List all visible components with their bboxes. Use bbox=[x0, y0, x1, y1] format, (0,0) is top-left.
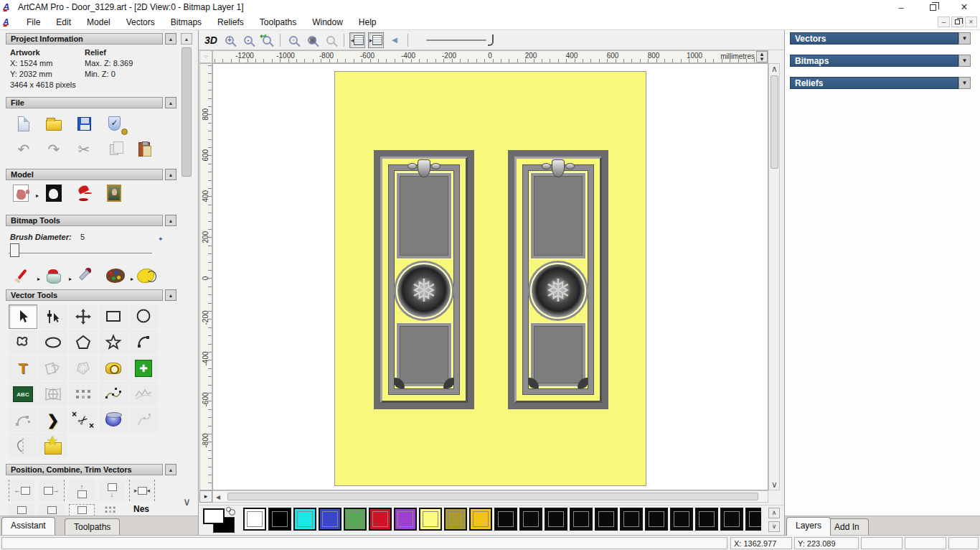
palette-swatch-18[interactable] bbox=[695, 508, 718, 531]
palette-swatch-7[interactable] bbox=[419, 508, 442, 531]
model-artwork-area[interactable]: ❅ ❅ bbox=[334, 71, 646, 486]
zoom-out-button[interactable]: - bbox=[240, 32, 256, 48]
palette-swatch-8[interactable] bbox=[444, 508, 467, 531]
redo-button[interactable]: ↷ bbox=[43, 139, 65, 159]
colour-link-icon[interactable] bbox=[226, 507, 231, 512]
load-image-button[interactable] bbox=[103, 183, 125, 203]
create-star-tool[interactable] bbox=[99, 330, 128, 355]
options-button[interactable] bbox=[103, 113, 125, 134]
assistant-scroll-up-button[interactable]: ▲ bbox=[181, 33, 192, 45]
toggle-vector-visibility-button[interactable]: ▸ bbox=[368, 32, 384, 48]
canvas-scroll-up[interactable]: ∧ bbox=[771, 64, 778, 74]
menu-file[interactable]: File bbox=[19, 15, 48, 29]
adjust-model-button[interactable] bbox=[43, 183, 65, 203]
offset-vectors-tool[interactable] bbox=[69, 356, 98, 381]
tab-toolpaths[interactable]: Toolpaths bbox=[65, 518, 120, 535]
contrast-slider-track[interactable] bbox=[426, 39, 486, 41]
palette-swatch-12[interactable] bbox=[545, 508, 567, 531]
palette-swatch-4[interactable] bbox=[344, 508, 367, 531]
assistant-scroll-down-chevron[interactable]: ∨ bbox=[183, 495, 191, 508]
menu-bitmaps[interactable]: Bitmaps bbox=[163, 15, 209, 29]
create-text-tool[interactable]: T bbox=[9, 356, 37, 381]
panel-toggle-button[interactable]: ▸ bbox=[199, 490, 212, 503]
scatter-copies-button[interactable] bbox=[99, 504, 125, 516]
collapse-bitmap-tools-button[interactable]: ▲ bbox=[165, 215, 176, 226]
palette-swatch-14[interactable] bbox=[595, 508, 618, 531]
child-minimize-button[interactable]: – bbox=[938, 17, 950, 27]
create-polygon-tool[interactable] bbox=[69, 330, 98, 355]
create-polyline-tool[interactable] bbox=[9, 330, 37, 355]
stretch-vectors-tool[interactable] bbox=[9, 408, 37, 432]
open-model-button[interactable] bbox=[43, 113, 65, 134]
interactive-distortion-tool[interactable] bbox=[99, 408, 128, 432]
palette-swatch-13[interactable] bbox=[570, 508, 593, 531]
zoom-previous-button[interactable]: ↩ bbox=[259, 32, 275, 48]
align-left-button[interactable]: ← bbox=[9, 480, 34, 501]
section-header-file[interactable]: File bbox=[6, 97, 163, 108]
canvas-scroll-left[interactable]: ◂ bbox=[216, 492, 220, 502]
close-button[interactable]: × bbox=[948, 0, 980, 14]
node-fairing-tool[interactable] bbox=[129, 408, 158, 432]
select-vectors-tool[interactable] bbox=[9, 304, 37, 329]
paste-button[interactable] bbox=[133, 139, 155, 159]
lighting-button[interactable] bbox=[73, 183, 95, 203]
mirror-merge-tool[interactable] bbox=[9, 434, 37, 458]
wrap-text-tool[interactable] bbox=[39, 356, 67, 381]
palette-flyout-icon[interactable]: ▸ bbox=[131, 276, 133, 282]
expand-vectors-button[interactable]: ▼ bbox=[958, 32, 971, 45]
expand-bitmaps-button[interactable]: ▼ bbox=[958, 55, 971, 67]
paste-along-curve-tool[interactable] bbox=[69, 382, 98, 406]
palette-swatch-19[interactable] bbox=[720, 508, 743, 531]
collapse-file-button[interactable]: ▲ bbox=[165, 97, 176, 108]
palette-scroll-up-button[interactable]: ∧ bbox=[768, 508, 780, 518]
create-arc-tool[interactable] bbox=[129, 330, 158, 355]
palette-swatch-20[interactable] bbox=[745, 508, 761, 531]
collapse-position-button[interactable]: ▲ bbox=[165, 464, 176, 475]
vertical-scrollbar[interactable]: ∧ ∨ bbox=[768, 63, 780, 490]
cut-button[interactable]: ✂ bbox=[73, 139, 95, 159]
canvas-scroll-down[interactable]: ∨ bbox=[771, 480, 778, 490]
paint-flyout-icon[interactable]: ▸ bbox=[37, 276, 40, 282]
section-header-vector-tools[interactable]: Vector Tools bbox=[6, 289, 163, 301]
create-rectangle-tool[interactable] bbox=[99, 304, 128, 329]
palette-swatch-0[interactable] bbox=[243, 508, 266, 531]
fit-curve-to-points-tool[interactable] bbox=[99, 382, 128, 406]
flood-fill-button[interactable] bbox=[43, 266, 65, 286]
restore-button[interactable] bbox=[917, 0, 948, 14]
trim-vectors-tool[interactable]: ✂ × × bbox=[69, 408, 98, 432]
align-center-button[interactable]: ▸◂ bbox=[129, 480, 155, 501]
text-in-box-tool[interactable]: ABC bbox=[9, 382, 37, 406]
expand-reliefs-button[interactable]: ▼ bbox=[958, 77, 971, 89]
child-restore-button[interactable] bbox=[951, 17, 963, 27]
copy-button[interactable] bbox=[103, 139, 125, 159]
colour-picker-button[interactable] bbox=[74, 266, 95, 286]
zoom-box-button[interactable]: ▫ bbox=[286, 32, 301, 48]
panel-header-vectors[interactable]: Vectors bbox=[790, 32, 958, 45]
palette-swatch-6[interactable] bbox=[394, 508, 417, 531]
paste-in-position-button[interactable] bbox=[69, 504, 95, 516]
brush-diameter-slider-thumb[interactable] bbox=[10, 243, 19, 257]
child-close-button[interactable]: × bbox=[965, 17, 977, 27]
nesting-button[interactable]: Nes bbox=[133, 504, 149, 514]
section-header-project-information[interactable]: Project Information bbox=[6, 33, 163, 45]
center-in-page2-button[interactable] bbox=[39, 504, 65, 516]
primary-colour-swatch[interactable] bbox=[203, 508, 225, 524]
horizontal-scroll-thumb[interactable] bbox=[227, 493, 758, 500]
align-bottom-button[interactable]: ↓ bbox=[99, 480, 125, 501]
palette-swatch-5[interactable] bbox=[369, 508, 392, 531]
vertical-scroll-thumb[interactable] bbox=[771, 75, 778, 169]
minimize-button[interactable]: – bbox=[885, 0, 917, 14]
contrast-button[interactable]: ◄ bbox=[387, 32, 402, 48]
palette-swatch-17[interactable] bbox=[670, 508, 693, 531]
collapse-project-info-button[interactable]: ▲ bbox=[165, 33, 176, 45]
tab-layers[interactable]: Layers bbox=[786, 517, 831, 536]
transform-vectors-tool[interactable] bbox=[69, 304, 98, 329]
section-header-position-combine-trim[interactable]: Position, Combine, Trim Vectors bbox=[6, 464, 163, 475]
panel-header-bitmaps[interactable]: Bitmaps bbox=[790, 55, 958, 67]
model-flyout-icon[interactable]: ▸ bbox=[36, 192, 39, 199]
set-model-size-button[interactable] bbox=[10, 183, 32, 203]
menu-window[interactable]: Window bbox=[304, 15, 351, 29]
collapse-vector-tools-button[interactable]: ▲ bbox=[165, 289, 176, 301]
menu-model[interactable]: Model bbox=[79, 15, 118, 29]
arrow-vector-tool[interactable]: ❯ bbox=[39, 408, 67, 432]
